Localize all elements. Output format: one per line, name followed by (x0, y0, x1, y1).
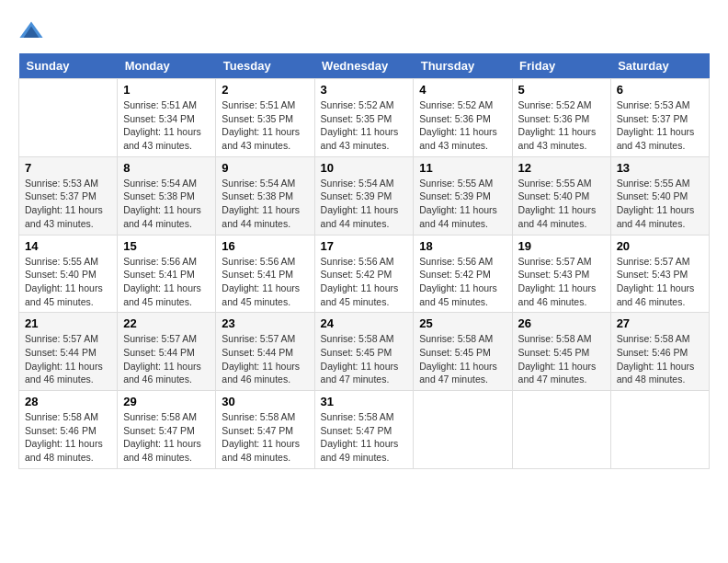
day-number: 9 (222, 161, 308, 175)
day-number: 31 (321, 395, 408, 408)
calendar-cell: 20Sunrise: 5:57 AMSunset: 5:43 PMDayligh… (610, 235, 709, 313)
calendar-cell: 30Sunrise: 5:58 AMSunset: 5:47 PMDayligh… (216, 391, 314, 469)
day-number: 21 (25, 316, 111, 330)
header-row: SundayMondayTuesdayWednesdayThursdayFrid… (19, 53, 710, 79)
day-info: Sunrise: 5:51 AMSunset: 5:35 PMDaylight:… (222, 98, 308, 153)
day-number: 26 (518, 316, 605, 330)
day-info: Sunrise: 5:51 AMSunset: 5:34 PMDaylight:… (123, 98, 210, 153)
calendar-table: SundayMondayTuesdayWednesdayThursdayFrid… (18, 53, 710, 469)
day-info: Sunrise: 5:57 AMSunset: 5:44 PMDaylight:… (222, 332, 308, 386)
day-info: Sunrise: 5:58 AMSunset: 5:45 PMDaylight:… (321, 332, 408, 386)
day-info: Sunrise: 5:54 AMSunset: 5:38 PMDaylight:… (222, 177, 308, 231)
calendar-cell: 14Sunrise: 5:55 AMSunset: 5:40 PMDayligh… (19, 235, 118, 313)
calendar-cell: 9Sunrise: 5:54 AMSunset: 5:38 PMDaylight… (216, 156, 314, 235)
calendar-cell (414, 391, 512, 469)
day-number: 23 (222, 316, 308, 330)
header-saturday: Saturday (610, 53, 709, 79)
day-number: 15 (123, 239, 210, 253)
day-info: Sunrise: 5:57 AMSunset: 5:43 PMDaylight:… (518, 255, 605, 309)
calendar-cell (610, 391, 709, 469)
day-info: Sunrise: 5:57 AMSunset: 5:44 PMDaylight:… (123, 332, 210, 386)
day-number: 6 (617, 83, 703, 97)
day-number: 18 (419, 239, 506, 253)
week-row-3: 14Sunrise: 5:55 AMSunset: 5:40 PMDayligh… (19, 235, 710, 313)
calendar-cell: 13Sunrise: 5:55 AMSunset: 5:40 PMDayligh… (610, 156, 709, 235)
day-number: 22 (123, 316, 210, 330)
calendar-cell: 6Sunrise: 5:53 AMSunset: 5:37 PMDaylight… (610, 79, 709, 157)
week-row-5: 28Sunrise: 5:58 AMSunset: 5:46 PMDayligh… (19, 391, 710, 469)
day-number: 30 (222, 395, 308, 408)
day-info: Sunrise: 5:56 AMSunset: 5:41 PMDaylight:… (222, 255, 308, 309)
calendar-cell: 25Sunrise: 5:58 AMSunset: 5:45 PMDayligh… (414, 313, 512, 391)
header-thursday: Thursday (414, 53, 512, 79)
calendar-cell: 11Sunrise: 5:55 AMSunset: 5:39 PMDayligh… (414, 156, 512, 235)
calendar-cell: 18Sunrise: 5:56 AMSunset: 5:42 PMDayligh… (414, 235, 512, 313)
day-number: 7 (25, 161, 111, 175)
day-number: 13 (617, 161, 703, 175)
day-info: Sunrise: 5:55 AMSunset: 5:40 PMDaylight:… (518, 177, 605, 231)
day-info: Sunrise: 5:55 AMSunset: 5:39 PMDaylight:… (419, 177, 506, 231)
logo-icon (18, 18, 44, 44)
header-wednesday: Wednesday (314, 53, 414, 79)
day-info: Sunrise: 5:54 AMSunset: 5:39 PMDaylight:… (321, 177, 408, 231)
calendar-cell: 15Sunrise: 5:56 AMSunset: 5:41 PMDayligh… (118, 235, 216, 313)
day-number: 2 (222, 83, 308, 97)
calendar-cell: 28Sunrise: 5:58 AMSunset: 5:46 PMDayligh… (19, 391, 118, 469)
day-number: 14 (25, 239, 111, 253)
day-info: Sunrise: 5:55 AMSunset: 5:40 PMDaylight:… (617, 177, 703, 231)
day-info: Sunrise: 5:58 AMSunset: 5:45 PMDaylight:… (419, 332, 506, 386)
calendar-cell: 31Sunrise: 5:58 AMSunset: 5:47 PMDayligh… (314, 391, 414, 469)
day-info: Sunrise: 5:56 AMSunset: 5:41 PMDaylight:… (123, 255, 210, 309)
week-row-2: 7Sunrise: 5:53 AMSunset: 5:37 PMDaylight… (19, 156, 710, 235)
day-info: Sunrise: 5:55 AMSunset: 5:40 PMDaylight:… (25, 255, 111, 309)
day-info: Sunrise: 5:54 AMSunset: 5:38 PMDaylight:… (123, 177, 210, 231)
day-info: Sunrise: 5:52 AMSunset: 5:35 PMDaylight:… (321, 98, 408, 153)
day-number: 17 (321, 239, 408, 253)
header-monday: Monday (118, 53, 216, 79)
calendar-cell (19, 79, 118, 157)
calendar-cell: 29Sunrise: 5:58 AMSunset: 5:47 PMDayligh… (118, 391, 216, 469)
day-info: Sunrise: 5:56 AMSunset: 5:42 PMDaylight:… (419, 255, 506, 309)
day-number: 5 (518, 83, 605, 97)
calendar-cell: 22Sunrise: 5:57 AMSunset: 5:44 PMDayligh… (118, 313, 216, 391)
day-number: 20 (617, 239, 703, 253)
calendar-cell: 26Sunrise: 5:58 AMSunset: 5:45 PMDayligh… (512, 313, 610, 391)
day-info: Sunrise: 5:53 AMSunset: 5:37 PMDaylight:… (25, 177, 111, 231)
calendar-cell: 24Sunrise: 5:58 AMSunset: 5:45 PMDayligh… (314, 313, 414, 391)
week-row-4: 21Sunrise: 5:57 AMSunset: 5:44 PMDayligh… (19, 313, 710, 391)
calendar-cell: 16Sunrise: 5:56 AMSunset: 5:41 PMDayligh… (216, 235, 314, 313)
calendar-cell: 4Sunrise: 5:52 AMSunset: 5:36 PMDaylight… (414, 79, 512, 157)
day-number: 25 (419, 316, 506, 330)
day-info: Sunrise: 5:58 AMSunset: 5:46 PMDaylight:… (617, 332, 703, 386)
day-info: Sunrise: 5:57 AMSunset: 5:44 PMDaylight:… (25, 332, 111, 386)
week-row-1: 1Sunrise: 5:51 AMSunset: 5:34 PMDaylight… (19, 79, 710, 157)
calendar-cell: 17Sunrise: 5:56 AMSunset: 5:42 PMDayligh… (314, 235, 414, 313)
day-number: 8 (123, 161, 210, 175)
day-number: 10 (321, 161, 408, 175)
calendar-cell: 27Sunrise: 5:58 AMSunset: 5:46 PMDayligh… (610, 313, 709, 391)
day-number: 3 (321, 83, 408, 97)
page-header (18, 18, 710, 44)
header-friday: Friday (512, 53, 610, 79)
logo (18, 18, 48, 44)
day-info: Sunrise: 5:56 AMSunset: 5:42 PMDaylight:… (321, 255, 408, 309)
day-number: 28 (25, 395, 111, 408)
calendar-cell: 7Sunrise: 5:53 AMSunset: 5:37 PMDaylight… (19, 156, 118, 235)
header-tuesday: Tuesday (216, 53, 314, 79)
day-number: 29 (123, 395, 210, 408)
calendar-cell: 3Sunrise: 5:52 AMSunset: 5:35 PMDaylight… (314, 79, 414, 157)
header-sunday: Sunday (19, 53, 118, 79)
day-number: 16 (222, 239, 308, 253)
calendar-cell: 5Sunrise: 5:52 AMSunset: 5:36 PMDaylight… (512, 79, 610, 157)
day-number: 11 (419, 161, 506, 175)
calendar-cell: 8Sunrise: 5:54 AMSunset: 5:38 PMDaylight… (118, 156, 216, 235)
day-number: 12 (518, 161, 605, 175)
calendar-cell: 12Sunrise: 5:55 AMSunset: 5:40 PMDayligh… (512, 156, 610, 235)
day-number: 1 (123, 83, 210, 97)
calendar-cell: 1Sunrise: 5:51 AMSunset: 5:34 PMDaylight… (118, 79, 216, 157)
day-number: 27 (617, 316, 703, 330)
day-info: Sunrise: 5:58 AMSunset: 5:45 PMDaylight:… (518, 332, 605, 386)
calendar-cell: 19Sunrise: 5:57 AMSunset: 5:43 PMDayligh… (512, 235, 610, 313)
day-info: Sunrise: 5:58 AMSunset: 5:47 PMDaylight:… (321, 410, 408, 465)
day-number: 4 (419, 83, 506, 97)
